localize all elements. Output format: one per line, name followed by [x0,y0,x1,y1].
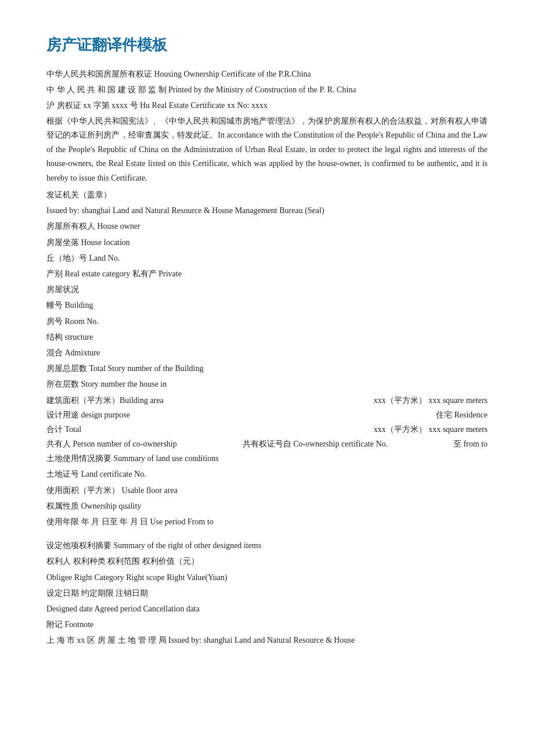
line-2: 中 华 人 民 共 和 国 建 设 部 监 制 Printed by the M… [46,82,488,97]
line-12: 幢号 Building [46,298,488,312]
line-8: 房屋坐落 House location [46,235,488,250]
line-21b: 共有权证号自 Co-ownership certificate No. [243,437,388,451]
line-15: 混合 Admixture [46,345,488,360]
line-24: 使用面积（平方米） Usable floor area [46,483,488,498]
line-18a: 建筑面积（平方米）Building area [46,393,164,408]
line-23: 土地证号 Land certificate No. [46,467,488,481]
line-21-row: 共有人 Person number of co-ownership 共有权证号自… [46,437,488,451]
line-10: 产别 Real estate category 私有产 Private [46,267,488,281]
line-20-row: 合计 Total xxx（平方米） xxx square meters [46,422,488,437]
line-11: 房屋状况 [46,282,488,297]
line-29: 上 海 市 xx 区 房 屋 土 地 管 理 局 Issued by: shan… [46,633,488,647]
document-body: 中华人民共和国房屋所有权证 Housing Ownership Certific… [46,67,488,648]
line-16: 房屋总层数 Total Story number of the Building [46,361,488,376]
line-3: 沪 房权证 xx 字第 xxxx 号 Hu Real Estate Certif… [46,98,488,113]
line-7: 房屋所有权人 House owner [46,219,488,233]
line-20b: xxx（平方米） xxx square meters [374,422,488,437]
line-19a: 设计用途 design purpose [46,408,130,422]
table-header-cn: 权利人 权利种类 权利范围 权利价值（元） [46,554,488,568]
line-20a: 合计 Total [46,422,81,437]
line-5: 发证机关（盖章） [46,188,488,202]
line-19-row: 设计用途 design purpose 住宅 Residence [46,408,488,422]
line-22: 土地使用情况摘要 Summary of land use conditions [46,451,488,466]
line-21a: 共有人 Person number of co-ownership [46,437,177,451]
line-13: 房号 Room No. [46,314,488,329]
line-21c: 至 from to [453,437,488,451]
line-18-row: 建筑面积（平方米）Building area xxx（平方米） xxx squa… [46,393,488,408]
main-paragraph: 根据《中华人民共和国宪法》、《中华人民共和国城市房地产管理法》，为保护房屋所有权… [46,114,488,186]
line-18b: xxx（平方米） xxx square meters [374,393,488,408]
line-14: 结构 structure [46,330,488,344]
line-25: 权属性质 Ownership quality [46,499,488,513]
table-header-en: Obligee Right Category Right scope Right… [46,570,488,585]
spacer-1 [46,530,488,538]
line-1: 中华人民共和国房屋所有权证 Housing Ownership Certific… [46,67,488,81]
line-9: 丘（地）号 Land No. [46,251,488,265]
line-17: 所在层数 Story number the house in [46,377,488,391]
line-6: Issued by: shanghai Land and Natural Res… [46,203,488,218]
line-26: 使用年限 年 月 日至 年 月 日 Use period From to [46,514,488,529]
line-19b: 住宅 Residence [436,408,488,422]
line-28: 附记 Footnote [46,617,488,632]
table-data-en: Designed date Agreed period Cancellation… [46,602,488,616]
table-data-cn: 设定日期 约定期限 注销日期 [46,586,488,600]
line-27: 设定他项权利摘要 Summary of the right of other d… [46,538,488,553]
page-title: 房产证翻译件模板 [46,35,488,55]
